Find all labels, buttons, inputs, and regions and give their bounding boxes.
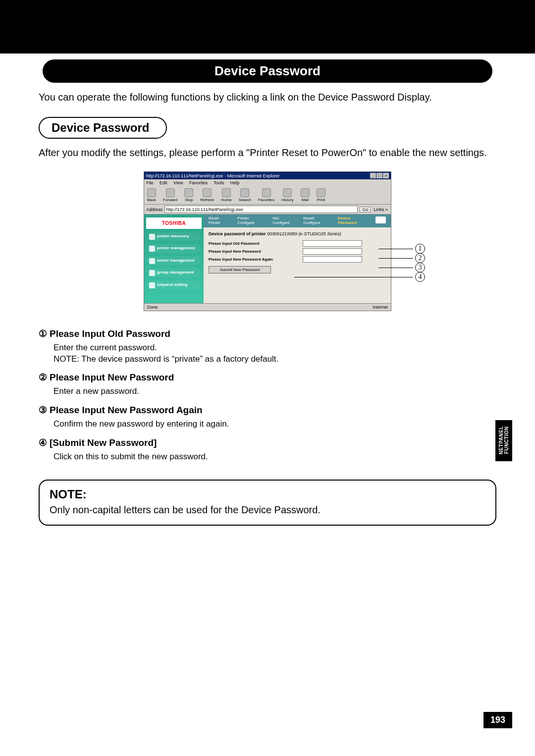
label-new-password: Please Input New Password xyxy=(209,249,303,254)
toolbar-home[interactable]: Home xyxy=(221,188,231,202)
submit-password-button[interactable]: Submit New Password xyxy=(209,266,271,273)
item-1: ①Please Input Old Password Enter the cur… xyxy=(39,328,496,365)
callout-3-number: 3 xyxy=(415,263,425,272)
sidebar-item-group-management[interactable]: group management xyxy=(147,268,201,277)
item-2-marker: ② xyxy=(39,372,50,383)
sidebar-item-printer-management[interactable]: printer management xyxy=(147,244,201,253)
window-titlebar: http://172.16.110.111/NetPanel/cgi.exe -… xyxy=(144,172,391,179)
go-button[interactable]: Go xyxy=(360,207,371,213)
callout-2-number: 2 xyxy=(415,253,425,263)
toolbar-mail[interactable]: Mail xyxy=(301,188,310,202)
address-input[interactable] xyxy=(164,206,358,213)
tab-printer-configure[interactable]: Printer Configure xyxy=(237,216,266,225)
item-3: ③Please Input New Password Again Confirm… xyxy=(39,404,496,430)
tab-reset-printer[interactable]: Reset Printer xyxy=(209,216,230,225)
toolbar-favorites[interactable]: Favorites xyxy=(258,188,274,202)
callout-3: 3 xyxy=(378,263,425,272)
item-1-body: Enter the current password. NOTE: The de… xyxy=(54,342,496,365)
toolbar-stop[interactable]: Stop xyxy=(184,188,193,202)
row-old-password: Please Input Old Password xyxy=(209,240,386,247)
close-icon[interactable]: × xyxy=(383,173,389,178)
label-old-password: Please Input Old Password xyxy=(209,241,303,246)
menu-favorites[interactable]: Favorites xyxy=(189,180,208,185)
item-3-body: Confirm the new password by entering it … xyxy=(54,419,496,430)
item-4-body: Click on this to submit the new password… xyxy=(54,451,496,463)
address-label: Address xyxy=(146,207,162,212)
status-bar: Done Internet xyxy=(144,303,391,311)
toolbar-back[interactable]: Back xyxy=(147,188,156,202)
browser-menubar: File Edit View Favorites Tools Help xyxy=(144,179,391,186)
callout-2: 2 xyxy=(378,253,425,263)
numbered-items: ①Please Input Old Password Enter the cur… xyxy=(39,328,496,463)
callout-4: 4 xyxy=(294,272,425,282)
tab-nic-configure[interactable]: NIC Configure xyxy=(272,216,296,225)
toolbar-forward[interactable]: Forward xyxy=(163,188,177,202)
subsection-title-pill: Device Password xyxy=(39,117,167,139)
tab-novell-configure[interactable]: Novell Configure xyxy=(303,216,331,225)
screenshot-figure: http://172.16.110.111/NetPanel/cgi.exe -… xyxy=(39,171,496,311)
tab-device-password[interactable]: Device Password xyxy=(338,216,369,225)
note-box: NOTE: Only non-capital letters can be us… xyxy=(39,480,496,526)
intro-paragraph: You can operate the following functions … xyxy=(39,91,496,104)
side-tab: NETPANELFUNCTION xyxy=(495,420,512,461)
section-title-pill: Device Password xyxy=(43,59,492,83)
callout-1: 1 xyxy=(378,244,425,254)
menu-edit[interactable]: Edit xyxy=(160,180,167,185)
status-done: Done xyxy=(147,305,158,310)
page-number: 193 xyxy=(483,712,512,728)
sidebar-item-printer-discovery[interactable]: printer discovery xyxy=(147,232,201,241)
menu-file[interactable]: File xyxy=(146,180,154,185)
window-title: http://172.16.110.111/NetPanel/cgi.exe -… xyxy=(146,173,279,178)
main-panel: Reset Printer Printer Configure NIC Conf… xyxy=(204,215,391,303)
history-icon xyxy=(283,188,292,197)
note-heading: NOTE: xyxy=(50,487,485,501)
menu-help[interactable]: Help xyxy=(230,180,240,185)
input-new-password-again[interactable] xyxy=(303,256,362,263)
panel-body: Device password of printer 0030912199B9 … xyxy=(204,227,391,303)
favorites-icon xyxy=(262,188,271,197)
item-3-title: Please Input New Password Again xyxy=(50,405,203,415)
label-new-password-again: Please Input New Password Again xyxy=(209,257,303,262)
help-icon[interactable] xyxy=(375,216,386,223)
toolbar-refresh[interactable]: Refresh xyxy=(200,188,214,202)
panel-heading: Device password of printer 0030912199B9 … xyxy=(209,231,386,236)
item-4-title: [Submit New Password] xyxy=(50,437,157,448)
menu-tools[interactable]: Tools xyxy=(214,180,224,185)
input-old-password[interactable] xyxy=(303,240,362,247)
status-zone: Internet xyxy=(373,305,388,310)
toolbar-print[interactable]: Print xyxy=(317,188,325,202)
stop-icon xyxy=(184,188,193,197)
print-icon xyxy=(317,188,325,197)
home-icon xyxy=(222,188,231,197)
toolbar-history[interactable]: History xyxy=(281,188,294,202)
item-4: ④[Submit New Password] Click on this to … xyxy=(39,437,496,463)
links-button[interactable]: Links » xyxy=(373,207,389,212)
side-tab-line1: NETPANEL xyxy=(498,426,504,454)
tabstrip: Reset Printer Printer Configure NIC Conf… xyxy=(204,215,391,227)
top-black-strip xyxy=(0,0,535,54)
back-icon xyxy=(147,188,156,197)
input-new-password[interactable] xyxy=(303,248,362,255)
maximize-icon[interactable]: □ xyxy=(376,173,382,178)
menu-view[interactable]: View xyxy=(173,180,183,185)
item-2-title: Please Input New Password xyxy=(50,372,174,382)
item-2-body: Enter a new password. xyxy=(54,386,496,397)
row-new-password: Please Input New Password xyxy=(209,248,386,255)
mail-icon xyxy=(301,188,310,197)
toolbar-search[interactable]: Search xyxy=(239,188,251,202)
forward-icon xyxy=(166,188,175,197)
search-icon xyxy=(240,188,249,197)
sidebar-item-server-management[interactable]: server management xyxy=(147,256,201,265)
sidebar-item-netpanel-setting[interactable]: netpanel setting xyxy=(147,280,201,289)
refresh-icon xyxy=(203,188,212,197)
address-bar: Address Go Links » xyxy=(144,205,391,215)
row-new-password-again: Please Input New Password Again xyxy=(209,256,386,263)
item-3-marker: ③ xyxy=(39,404,50,416)
sidebar: TOSHIBA printer discovery printer manage… xyxy=(144,215,204,303)
web-content: TOSHIBA printer discovery printer manage… xyxy=(144,215,391,303)
note-body: Only non-capital letters can be used for… xyxy=(50,504,485,516)
minimize-icon[interactable]: _ xyxy=(370,173,376,178)
item-2: ②Please Input New Password Enter a new p… xyxy=(39,372,496,397)
brand-logo: TOSHIBA xyxy=(146,217,202,229)
item-1-title: Please Input Old Password xyxy=(50,328,170,339)
